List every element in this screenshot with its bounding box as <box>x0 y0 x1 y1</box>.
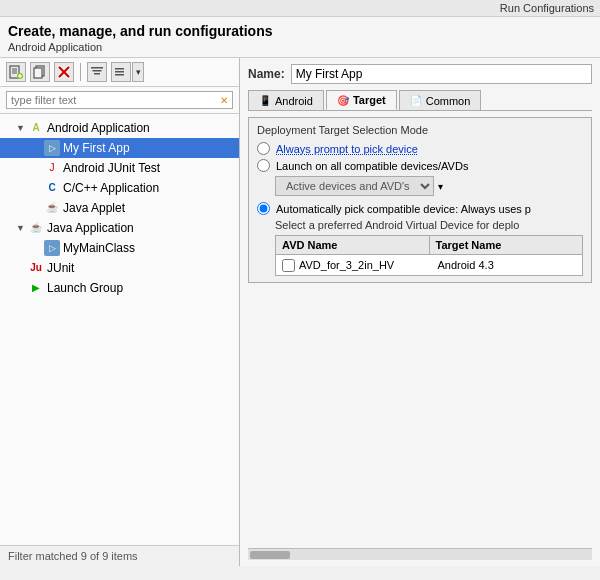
avd-name-header: AVD Name <box>276 236 430 254</box>
filter-input[interactable] <box>11 94 220 106</box>
svg-rect-13 <box>94 73 100 75</box>
toolbar: ▾ <box>0 58 239 87</box>
left-panel: ▾ ✕ A Android Application ▷ My First App <box>0 58 240 566</box>
deployment-section-title: Deployment Target Selection Mode <box>257 124 583 136</box>
cpp-icon: C <box>44 180 60 196</box>
avd-name-cell: AVD_for_3_2in_HV <box>299 257 438 273</box>
expand-arrow-android <box>16 123 28 133</box>
delete-button[interactable] <box>54 62 74 82</box>
java-applet-icon: ☕ <box>44 200 60 216</box>
svg-rect-8 <box>34 68 42 78</box>
all-compatible-radio[interactable] <box>257 159 270 172</box>
always-prompt-label: Always prompt to pick device <box>276 143 418 155</box>
new-icon <box>9 65 23 79</box>
more-dropdown-arrow[interactable]: ▾ <box>132 62 144 82</box>
avd-table-header: AVD Name Target Name <box>276 236 582 255</box>
filter-clear-button[interactable]: ✕ <box>220 95 228 106</box>
svg-rect-12 <box>93 70 102 72</box>
junit-icon: Ju <box>28 260 44 276</box>
junit-label: JUnit <box>47 261 74 275</box>
android-tab-icon: 📱 <box>259 95 271 106</box>
active-devices-dropdown[interactable]: Active devices and AVD's <box>275 176 434 196</box>
target-name-header: Target Name <box>430 236 583 254</box>
svg-rect-16 <box>115 74 124 76</box>
java-app-group-label: Java Application <box>47 221 134 235</box>
name-input[interactable] <box>291 64 592 84</box>
avd-table-section: AVD Name Target Name AVD_for_3_2in_HV An… <box>275 235 583 276</box>
launch-group-icon: ▶ <box>28 280 44 296</box>
right-panel: Name: 📱 Android 🎯 Target 📄 Common Deploy… <box>240 58 600 566</box>
tree-item-android-junit[interactable]: J Android JUnit Test <box>0 158 239 178</box>
filter-box: ✕ <box>0 87 239 114</box>
expand-arrow-java <box>16 223 28 233</box>
tab-common[interactable]: 📄 Common <box>399 90 482 110</box>
duplicate-button[interactable] <box>30 62 50 82</box>
tab-android[interactable]: 📱 Android <box>248 90 324 110</box>
java-app-icon: ☕ <box>28 220 44 236</box>
main-content: ▾ ✕ A Android Application ▷ My First App <box>0 58 600 566</box>
tree-item-my-first-app[interactable]: ▷ My First App <box>0 138 239 158</box>
tab-target-label: Target <box>353 94 386 106</box>
tree-item-cpp-app[interactable]: C C/C++ Application <box>0 178 239 198</box>
filter-button[interactable] <box>87 62 107 82</box>
common-tab-icon: 📄 <box>410 95 422 106</box>
all-compatible-row: Launch on all compatible devices/AVDs <box>257 159 583 172</box>
page-subtitle: Android Application <box>8 41 592 53</box>
android-junit-label: Android JUnit Test <box>63 161 160 175</box>
title-bar: Run Configurations <box>0 0 600 17</box>
title-bar-text: Run Configurations <box>500 2 594 14</box>
all-compatible-label: Launch on all compatible devices/AVDs <box>276 160 468 172</box>
auto-pick-label: Automatically pick compatible device: Al… <box>276 203 531 215</box>
more-dropdown[interactable]: ▾ <box>111 62 144 82</box>
cpp-app-label: C/C++ Application <box>63 181 159 195</box>
delete-icon <box>57 65 71 79</box>
toolbar-separator-1 <box>80 63 81 81</box>
tree-item-junit[interactable]: Ju JUnit <box>0 258 239 278</box>
android-junit-icon: J <box>44 160 60 176</box>
duplicate-icon <box>33 65 47 79</box>
active-devices-dropdown-row: Active devices and AVD's ▾ <box>275 176 583 196</box>
filter-status: Filter matched 9 of 9 items <box>0 545 239 566</box>
mymainclass-icon: ▷ <box>44 240 60 256</box>
deployment-section: Deployment Target Selection Mode Always … <box>248 117 592 283</box>
more-button[interactable] <box>111 62 131 82</box>
mymainclass-label: MyMainClass <box>63 241 135 255</box>
tree-item-mymainclass[interactable]: ▷ MyMainClass <box>0 238 239 258</box>
new-config-button[interactable] <box>6 62 26 82</box>
tab-android-label: Android <box>275 95 313 107</box>
tab-common-label: Common <box>426 95 471 107</box>
tree-item-java-app-group[interactable]: ☕ Java Application <box>0 218 239 238</box>
horizontal-scrollbar[interactable] <box>248 548 592 560</box>
always-prompt-row: Always prompt to pick device <box>257 142 583 155</box>
always-prompt-radio[interactable] <box>257 142 270 155</box>
page-title: Create, manage, and run configurations <box>8 23 592 39</box>
launch-group-label: Launch Group <box>47 281 123 295</box>
scrollbar-thumb[interactable] <box>250 551 290 559</box>
header: Create, manage, and run configurations A… <box>0 17 600 58</box>
tree-item-android-app-group[interactable]: A Android Application <box>0 118 239 138</box>
tabs-row: 📱 Android 🎯 Target 📄 Common <box>248 90 592 111</box>
configuration-tree: A Android Application ▷ My First App J A… <box>0 114 239 545</box>
android-app-group-label: Android Application <box>47 121 150 135</box>
more-icon <box>114 65 128 79</box>
java-applet-label: Java Applet <box>63 201 125 215</box>
filter-icon <box>90 65 104 79</box>
target-tab-icon: 🎯 <box>337 95 349 106</box>
svg-rect-15 <box>115 71 124 73</box>
tree-item-launch-group[interactable]: ▶ Launch Group <box>0 278 239 298</box>
filter-status-text: Filter matched 9 of 9 items <box>8 550 138 562</box>
avd-row-checkbox[interactable] <box>282 259 295 272</box>
avd-table: AVD Name Target Name AVD_for_3_2in_HV An… <box>275 235 583 276</box>
filter-input-wrap: ✕ <box>6 91 233 109</box>
tab-target[interactable]: 🎯 Target <box>326 90 397 110</box>
avd-table-row: AVD_for_3_2in_HV Android 4.3 <box>276 255 582 275</box>
android-app-icon: A <box>28 120 44 136</box>
auto-pick-radio[interactable] <box>257 202 270 215</box>
name-row: Name: <box>248 64 592 84</box>
my-first-app-label: My First App <box>63 141 130 155</box>
my-first-app-icon: ▷ <box>44 140 60 156</box>
tree-item-java-applet[interactable]: ☕ Java Applet <box>0 198 239 218</box>
svg-rect-14 <box>115 68 124 70</box>
dropdown-arrow-icon: ▾ <box>438 181 443 192</box>
auto-pick-row: Automatically pick compatible device: Al… <box>257 202 583 215</box>
